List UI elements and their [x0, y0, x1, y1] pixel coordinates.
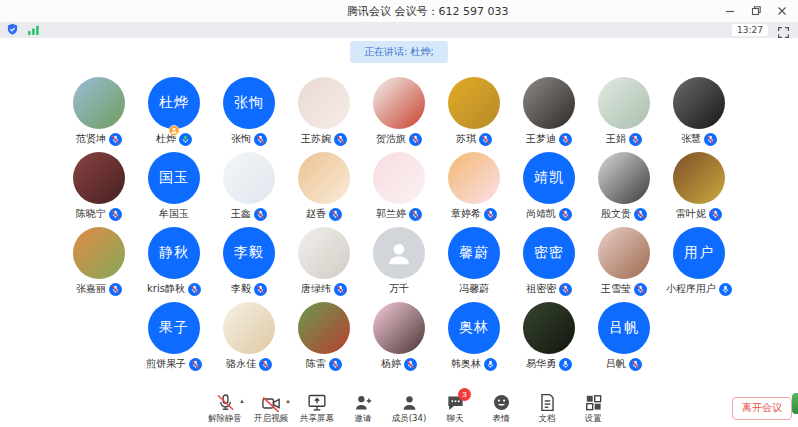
leave-meeting-button[interactable]: 离开会议 — [732, 397, 792, 420]
avatar: 果子 — [148, 302, 200, 354]
camera-off-icon — [261, 393, 281, 412]
avatar — [298, 227, 350, 279]
avatar — [673, 77, 725, 129]
participant-cell[interactable]: 王雪莹 — [587, 227, 662, 302]
fullscreen-icon — [777, 26, 790, 39]
participant-cell[interactable]: 杨婷 — [362, 302, 437, 377]
toolbar-button-invite[interactable]: 邀请 — [340, 393, 386, 425]
participant-cell[interactable]: 张嘉丽 — [62, 227, 137, 302]
participant-name: 万千 — [389, 282, 409, 296]
participant-cell[interactable]: 范贤坤 — [62, 77, 137, 152]
fullscreen-button[interactable] — [777, 24, 790, 37]
close-button[interactable] — [772, 2, 792, 20]
participant-cell[interactable]: 赵香 — [287, 152, 362, 227]
participant-cell[interactable]: 雷叶妮 — [662, 152, 737, 227]
participant-cell[interactable]: 苏琪 — [437, 77, 512, 152]
default-person-icon — [384, 238, 414, 268]
minimize-button[interactable] — [720, 2, 740, 20]
avatar — [73, 152, 125, 204]
participant-cell[interactable]: 李毅李毅 — [212, 227, 287, 302]
participant-name: kris静秋 — [147, 282, 185, 296]
window-controls — [720, 0, 792, 22]
participant-row: 果子煎饼果子骆永佳陈雷杨婷奥林韩奥林易华勇吕帆吕帆 — [0, 302, 798, 377]
maximize-button[interactable] — [746, 2, 766, 20]
avatar — [598, 227, 650, 279]
avatar: 靖凯 — [523, 152, 575, 204]
mic-muted-icon — [329, 208, 342, 221]
participant-cell[interactable]: 易华勇 — [512, 302, 587, 377]
participant-cell[interactable]: 密密祖密密 — [512, 227, 587, 302]
toolbar-button-camera-off[interactable]: 开启视频▲ — [248, 393, 294, 425]
mic-muted-icon — [409, 208, 422, 221]
mic-on-icon — [559, 358, 572, 371]
participant-cell[interactable]: 张慧 — [662, 77, 737, 152]
mic-muted-icon — [254, 283, 267, 296]
avatar: 吕帆 — [598, 302, 650, 354]
caret-up-icon[interactable]: ▲ — [239, 398, 245, 404]
mic-muted-icon — [254, 133, 267, 146]
toolbar-button-chat[interactable]: 聊天3 — [432, 393, 478, 425]
participant-name: 雷叶妮 — [676, 207, 706, 221]
mic-muted-icon — [259, 358, 272, 371]
window-titlebar: 腾讯会议 会议号：612 597 033 — [0, 0, 798, 22]
caret-up-icon[interactable]: ▲ — [285, 398, 291, 404]
avatar — [373, 77, 425, 129]
participant-cell[interactable]: 奥林韩奥林 — [437, 302, 512, 377]
participant-cell[interactable]: 张恂张恂 — [212, 77, 287, 152]
toolbar-button-screen-share[interactable]: 共享屏幕 — [294, 393, 340, 425]
participant-cell[interactable]: 郭兰婷 — [362, 152, 437, 227]
participant-name: 王梦迪 — [526, 132, 556, 146]
docked-widget-edge[interactable] — [792, 393, 798, 414]
toolbar-label: 文档 — [539, 413, 556, 425]
participant-cell[interactable]: 唐绿纬 — [287, 227, 362, 302]
participant-cell[interactable]: 用户小程序用户 — [662, 227, 737, 302]
avatar — [298, 302, 350, 354]
participant-name: 王苏婉 — [301, 132, 331, 146]
screen-share-icon — [307, 393, 327, 412]
participant-cell[interactable]: 馨蔚冯馨蔚 — [437, 227, 512, 302]
participant-name: 郭兰婷 — [376, 207, 406, 221]
participant-cell[interactable]: 万千 — [362, 227, 437, 302]
participant-cell[interactable]: 静秋kris静秋 — [137, 227, 212, 302]
close-icon — [777, 6, 787, 16]
toolbar-label: 表情 — [493, 413, 510, 425]
toolbar-button-settings[interactable]: 设置 — [570, 393, 616, 425]
participant-name: 杨婷 — [381, 357, 401, 371]
participant-cell[interactable]: 陈晓宁 — [62, 152, 137, 227]
avatar — [223, 302, 275, 354]
participant-cell[interactable]: 果子煎饼果子 — [137, 302, 212, 377]
participant-cell[interactable]: 国玉牟国玉 — [137, 152, 212, 227]
participant-name: 苏琪 — [456, 132, 476, 146]
avatar — [673, 152, 725, 204]
participant-row: 陈晓宁国玉牟国玉王鑫赵香郭兰婷章婷希靖凯尚靖凯殷文贵雷叶妮 — [0, 152, 798, 227]
toolbar-button-members[interactable]: 成员(34) — [386, 393, 432, 425]
toolbar-button-mic-off[interactable]: 解除静音▲ — [202, 393, 248, 425]
toolbar-label: 聊天 — [447, 413, 464, 425]
participant-name: 祖密密 — [526, 282, 556, 296]
mic-muted-icon — [188, 283, 201, 296]
participant-name: 牟国玉 — [159, 207, 189, 221]
toolbar-button-document[interactable]: 文档 — [524, 393, 570, 425]
participant-cell[interactable]: 贺浩旗 — [362, 77, 437, 152]
participant-row: 张嘉丽静秋kris静秋李毅李毅唐绿纬万千馨蔚冯馨蔚密密祖密密王雪莹用户小程序用户 — [0, 227, 798, 302]
avatar-initials: 吕帆 — [609, 319, 639, 337]
toolbar-label: 共享屏幕 — [300, 413, 334, 425]
participant-cell[interactable]: 王鑫 — [212, 152, 287, 227]
participant-cell[interactable]: 章婷希 — [437, 152, 512, 227]
avatar-initials: 杜烨 — [159, 94, 189, 112]
participant-name: 尚靖凯 — [526, 207, 556, 221]
avatar — [73, 77, 125, 129]
participant-cell[interactable]: 吕帆吕帆 — [587, 302, 662, 377]
participant-cell[interactable]: 王娟 — [587, 77, 662, 152]
participant-cell[interactable]: 陈雷 — [287, 302, 362, 377]
participant-cell[interactable]: 王梦迪 — [512, 77, 587, 152]
participant-cell[interactable]: 王苏婉 — [287, 77, 362, 152]
participant-cell[interactable]: 骆永佳 — [212, 302, 287, 377]
participant-cell[interactable]: 靖凯尚靖凯 — [512, 152, 587, 227]
mic-muted-icon — [634, 283, 647, 296]
participant-cell[interactable]: 殷文贵 — [587, 152, 662, 227]
toolbar-label: 解除静音 — [208, 413, 242, 425]
avatar — [598, 152, 650, 204]
participant-cell[interactable]: 杜烨杜烨 — [137, 77, 212, 152]
toolbar-button-emoji[interactable]: 表情 — [478, 393, 524, 425]
